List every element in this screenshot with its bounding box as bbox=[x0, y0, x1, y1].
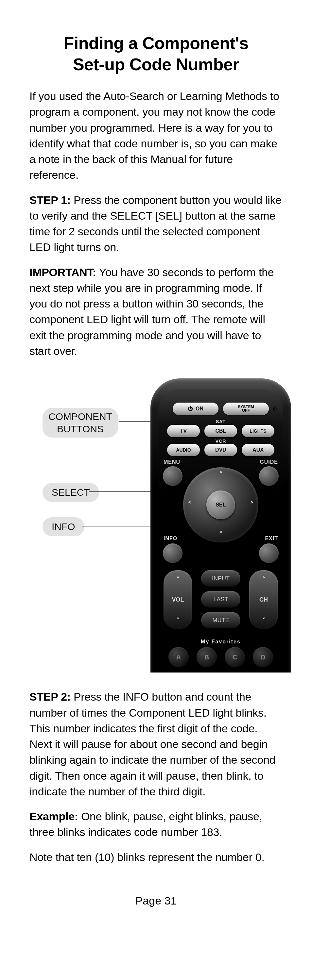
fav-c-button: C bbox=[225, 647, 245, 667]
page-number: Page 31 bbox=[29, 894, 283, 907]
step2-paragraph: STEP 2: Press the INFO button and count … bbox=[29, 689, 283, 799]
vcr-label: VCR bbox=[158, 439, 283, 444]
favorites-label: My Favorites bbox=[158, 639, 283, 645]
fav-a-button: A bbox=[168, 647, 189, 667]
tv-button: TV bbox=[167, 425, 200, 437]
sel-button: SEL bbox=[206, 490, 235, 519]
remote-diagram: COMPONENT BUTTONS SELECT INFO ⏻ ON bbox=[29, 372, 283, 673]
cbl-button: CBL bbox=[205, 425, 237, 437]
title-line-1: Finding a Component's bbox=[64, 33, 248, 52]
ch-label: CH bbox=[259, 597, 268, 603]
audio-button: AUDIO bbox=[167, 444, 200, 456]
important-body: You have 30 seconds to perform the next … bbox=[29, 266, 274, 357]
arrow-down-icon: ˅ bbox=[219, 531, 223, 539]
power-icon: ⏻ bbox=[188, 406, 193, 412]
callout-component-buttons: COMPONENT BUTTONS bbox=[43, 408, 118, 438]
arrow-right-icon: ˃ bbox=[250, 501, 254, 509]
power-icon: ⏻ bbox=[273, 407, 277, 411]
aux-button: AUX bbox=[242, 444, 274, 456]
chevron-down-icon: ˅ bbox=[177, 617, 179, 624]
info-button bbox=[163, 543, 182, 563]
example-paragraph: Example: One blink, pause, eight blinks,… bbox=[29, 808, 283, 840]
dpad: ˄ ˅ ˂ ˃ SEL bbox=[183, 467, 258, 542]
system-off-button: SYSTEM OFF ⏻ bbox=[223, 402, 269, 415]
title-line-2: Set-up Code Number bbox=[73, 55, 239, 74]
dvd-button: DVD bbox=[205, 444, 237, 456]
on-button: ⏻ ON bbox=[173, 402, 218, 415]
chevron-up-icon: ˄ bbox=[262, 576, 265, 583]
remote-body: ⏻ ON SYSTEM OFF ⏻ SAT bbox=[150, 379, 291, 673]
arrow-up-icon: ˄ bbox=[219, 471, 223, 479]
example-lead: Example: bbox=[29, 810, 78, 822]
guide-button bbox=[259, 466, 278, 486]
page-title: Finding a Component's Set-up Code Number bbox=[29, 33, 283, 75]
system-off-line2: OFF bbox=[242, 409, 250, 412]
on-label: ON bbox=[195, 406, 203, 412]
exit-label: EXIT bbox=[265, 536, 278, 541]
chevron-down-icon: ˅ bbox=[262, 617, 265, 624]
callout-select: SELECT bbox=[43, 483, 99, 502]
fav-b-button: B bbox=[197, 647, 217, 667]
callout-component-line1: COMPONENT bbox=[48, 411, 112, 422]
step1-paragraph: STEP 1: Press the component button you w… bbox=[29, 192, 283, 255]
arrow-left-icon: ˂ bbox=[188, 501, 191, 509]
lights-button: LIGHTS bbox=[242, 425, 274, 437]
callout-info: INFO bbox=[43, 517, 84, 536]
vol-rocker: ˄ VOL ˅ bbox=[163, 570, 192, 629]
mute-button: MUTE bbox=[201, 612, 240, 628]
chevron-up-icon: ˄ bbox=[177, 576, 179, 583]
guide-label: GUIDE bbox=[260, 459, 278, 465]
vol-label: VOL bbox=[172, 597, 184, 603]
menu-label: MENU bbox=[163, 459, 180, 465]
note-paragraph: Note that ten (10) blinks represent the … bbox=[29, 849, 283, 865]
intro-paragraph: If you used the Auto-Search or Learning … bbox=[29, 88, 283, 183]
sat-label: SAT bbox=[158, 419, 283, 424]
step1-lead: STEP 1: bbox=[29, 194, 70, 206]
important-lead: IMPORTANT: bbox=[29, 266, 96, 278]
callout-component-line2: BUTTONS bbox=[57, 423, 104, 434]
important-paragraph: IMPORTANT: You have 30 seconds to perfor… bbox=[29, 264, 283, 359]
info-label: INFO bbox=[163, 536, 177, 541]
menu-button bbox=[163, 466, 182, 486]
exit-button bbox=[259, 543, 278, 563]
step2-lead: STEP 2: bbox=[29, 690, 70, 703]
input-button: INPUT bbox=[201, 570, 240, 587]
step2-body: Press the INFO button and count the numb… bbox=[29, 690, 275, 798]
fav-d-button: D bbox=[253, 647, 273, 667]
ch-rocker: ˄ CH ˅ bbox=[249, 570, 278, 629]
last-button: LAST bbox=[201, 591, 240, 608]
